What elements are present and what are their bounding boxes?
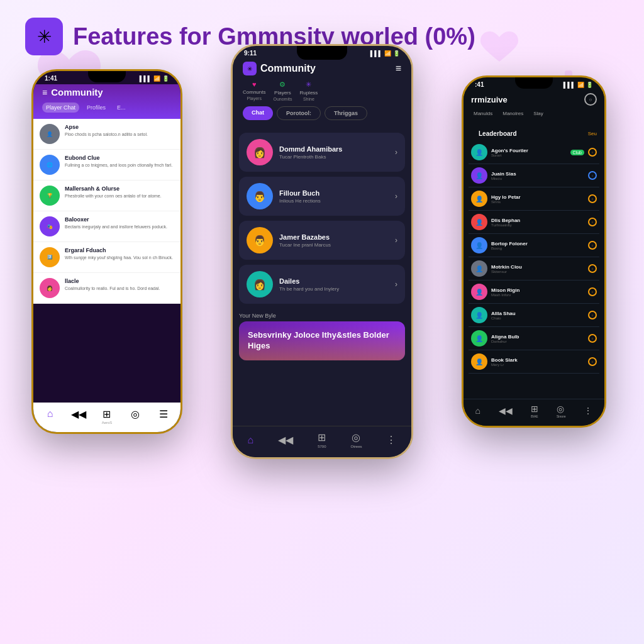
left-tabs: Player Chat Profiles E... [42,103,172,113]
right-nav-sinore[interactable]: ◎ Sinore [557,403,565,418]
list-item[interactable]: 🌐 Eubond Clue Fullning a co tniqjmes, an… [33,150,180,180]
aeros-icon: ⊞ [101,408,113,419]
right-tab-manulds[interactable]: Manulds [471,109,495,118]
subnav-item-communities[interactable]: ♥ Comnunts Players [243,80,265,101]
home-icon: ⌂ [475,406,480,416]
list-item[interactable]: 👤 Book Slark Mery Lr ○ [469,350,599,374]
left-tab-profiles[interactable]: Profiles [83,103,109,113]
center-pills: Chat Porotool: Thriggas [243,106,401,120]
badge-icon: ○ [588,357,597,366]
list-item[interactable]: 👤 Apse Ploo chods is pcha salotco.n adli… [33,119,180,150]
notch-center [297,46,347,60]
more-icon: ⋮ [584,406,592,416]
nav-profile[interactable]: ☰ [158,408,169,425]
subnav-item-players[interactable]: ⚙ Players Ounomits [273,80,292,101]
chat-item[interactable]: 👨 Fillour Buch Inlious He rections › [239,177,405,216]
sinore-label: Sinore [557,414,565,418]
center-nav-more[interactable]: ⋮ [386,434,396,446]
nav-search[interactable]: ◎ [130,408,141,425]
nav-aeros[interactable]: ⊞ AeroS [101,408,113,425]
avatar: 👤 [471,284,487,300]
badge-icon: ○ [588,171,597,180]
menu-icon[interactable]: ≡ [396,63,401,74]
chat-avatar: 👩 [247,139,273,165]
brand-icon: ✳ [243,62,257,75]
new-byte-card[interactable]: Sebsvrinky Joloce Ithy&stles Bolder Hige… [239,321,405,360]
center-nav-back[interactable]: ◀◀ [278,434,293,446]
right-nav-home[interactable]: ⌂ [475,405,480,416]
avatar: 👤 [471,353,487,370]
notch-right [515,77,553,89]
grid-icon: ⊞ [318,431,326,443]
see-button[interactable]: Seu [588,131,597,136]
new-byte-text: Sebsvrinky Joloce Ithy&stles Bolder Hige… [248,330,396,352]
pill-porotool[interactable]: Porotool: [277,106,321,120]
chevron-right-icon: › [395,280,397,289]
avatar: 👤 [471,237,487,253]
right-nav-grid[interactable]: ⊞ BIAE [531,403,538,418]
nav-home[interactable]: ⌂ [45,408,56,425]
pill-chat[interactable]: Chat [243,106,273,120]
hamburger-icon[interactable]: ≡ [42,87,47,97]
right-tabs: Manulds Manolres Slay [471,109,597,118]
subnav-item-rupless[interactable]: ✳ Rupless Shine [299,80,318,101]
avatar: 👤 [471,191,487,207]
circle-icon[interactable]: ○ [584,93,597,106]
right-tab-manolres[interactable]: Manolres [500,109,526,118]
badge-icon: ○ [588,148,597,157]
chevron-right-icon: › [395,148,397,157]
list-item[interactable]: 👤 Mison Rigin Mash Inforv ○ [469,280,599,304]
chat-item[interactable]: 👩 Dailes Th be hard you and Inylery › [239,265,405,304]
left-tab-extra[interactable]: E... [113,103,130,113]
otrees-icon: ◎ [352,431,360,443]
chat-avatar: 👩 [247,271,273,297]
pill-thriggas[interactable]: Thriggas [325,106,367,120]
list-item[interactable]: 👩 llacle Coalmullority to reallo. Ful an… [33,273,180,304]
avatar: 👤 [471,330,487,347]
chat-item[interactable]: 👨 Jamer Bazabes Tucar Ine pranl Marcus › [239,221,405,260]
right-header: rrmizuive ○ Manulds Manolres Slay [464,91,604,125]
left-header: ≡ Community Player Chat Profiles E... [33,84,180,119]
list-item[interactable]: 👤 Dlis Bephan Turfmseinfty ○ [469,211,599,234]
left-bottom-nav: ⌂ ◀◀ ⊞ AeroS ◎ ☰ [33,402,180,432]
center-nav-grid[interactable]: ⊞ 5700 [318,431,326,448]
phone-right: :41 ▌▌▌📶🔋 rrmizuive ○ Manulds Manolres S… [462,75,606,428]
right-nav-more[interactable]: ⋮ [584,405,592,416]
new-byte-label: Your New Byle [233,309,411,321]
right-nav-back[interactable]: ◀◀ [499,405,513,416]
list-item[interactable]: 👤 Allla Shau Chaio ○ [469,304,599,327]
badge-icon: ○ [588,194,597,203]
list-item[interactable]: 👤 Agon's Fouriler Surart Club ○ [469,141,599,164]
notch-left [88,71,126,82]
list-item[interactable]: 👤 Motrkin Clou Skitensur ○ [469,257,599,280]
list-item[interactable]: 👤 Bortop Foloner Boxng ○ [469,234,599,257]
list-item[interactable]: 7️⃣ Ergaral Fduach Wlh sunpje mky youf s… [33,242,180,273]
avatar: 👤 [471,307,487,323]
back-icon: ◀◀ [73,408,84,419]
center-nav-otrees[interactable]: ◎ Otrees [350,431,362,448]
left-tab-player-chat[interactable]: Player Chat [42,103,79,113]
list-item[interactable]: 👤 Hgy lo Petar Sinns ○ [469,187,599,211]
right-title: rrmizuive [471,95,508,104]
avatar: 👤 [471,167,487,184]
search-icon: ◎ [130,408,141,419]
list-item[interactable]: 🏆 Mallersanh & Olurse Phestrolle with yo… [33,180,180,211]
avatar: 👤 [40,124,60,144]
right-tab-slay[interactable]: Slay [531,109,546,118]
avatar: 🏆 [40,186,60,206]
nav-back[interactable]: ◀◀ [73,408,84,425]
sinore-icon: ◎ [557,404,564,414]
list-item[interactable]: 👤 Juain Sias Misciu ○ [469,164,599,187]
home-icon: ⌂ [247,435,253,446]
badge-icon: ○ [588,334,597,343]
chat-item[interactable]: 👩 Dommd Ahamibars Tucar Plentroth Baks › [239,133,405,172]
right-bottom-nav: ⌂ ◀◀ ⊞ BIAE ◎ Sinore ⋮ [464,399,604,426]
list-item[interactable]: 👤 Aligna Bulb Daritahur ○ [469,327,599,350]
brand-name: Community [260,63,316,74]
list-item[interactable]: 🎭 Balooxer Bectaris inegurjaly and and i… [33,211,180,242]
center-nav-home[interactable]: ⌂ [247,435,253,446]
left-phone-content: ≡ Community Player Chat Profiles E... 👤 … [33,84,180,434]
avatar: 👤 [471,214,487,230]
center-header: ✳ Community ≡ ♥ Comnunts Players ⚙ Playe… [233,59,411,133]
chevron-right-icon: › [395,192,397,201]
